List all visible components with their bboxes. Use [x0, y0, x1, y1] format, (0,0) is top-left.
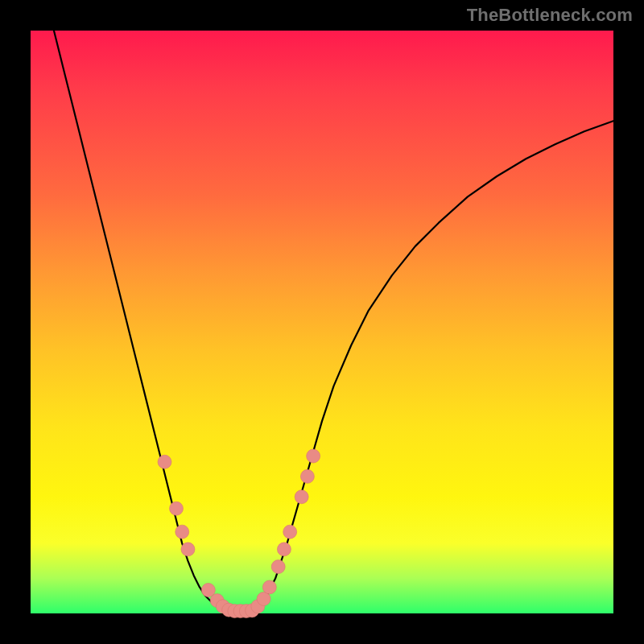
data-dot [277, 543, 291, 556]
data-dot [181, 543, 195, 556]
data-dot [283, 525, 297, 539]
data-dot [271, 560, 285, 574]
data-dot [175, 525, 189, 539]
data-dot [300, 469, 314, 483]
data-dot [262, 580, 276, 594]
bottleneck-curve [54, 31, 613, 613]
data-dot [307, 449, 320, 463]
chart-frame: TheBottleneck.com [0, 0, 644, 644]
data-dot [170, 502, 184, 515]
data-dot [158, 455, 171, 469]
chart-svg [31, 31, 613, 613]
plot-area [31, 31, 613, 613]
watermark-label: TheBottleneck.com [467, 5, 633, 26]
data-dot [295, 490, 308, 504]
